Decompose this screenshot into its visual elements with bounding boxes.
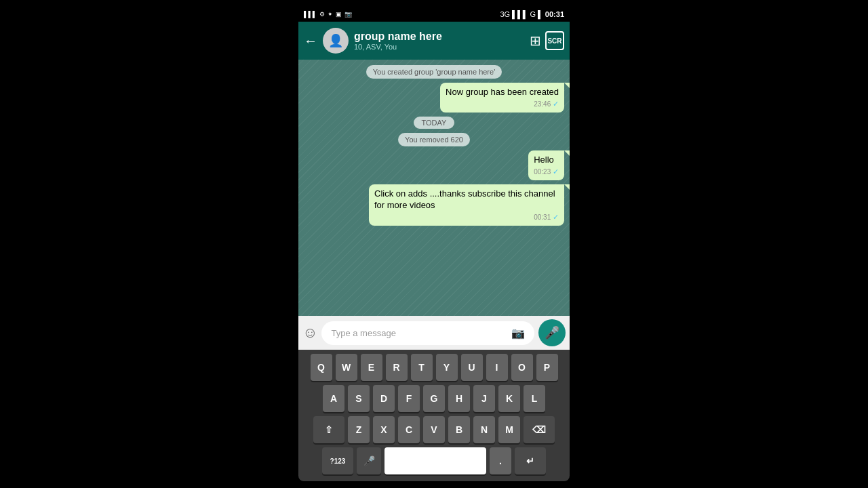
message-input-box[interactable]: Type a message 📷 xyxy=(321,321,534,345)
keyboard-row-1: Q W E R T Y U I O P xyxy=(301,354,567,381)
key-x[interactable]: X xyxy=(373,416,395,443)
battery-icon: ▌ xyxy=(538,10,543,18)
chat-area: You created group 'group name here' Now … xyxy=(298,60,570,316)
message-1-meta: 23:46 ✓ xyxy=(446,100,559,108)
space-key[interactable] xyxy=(384,447,486,474)
system-message-2: You removed 620 xyxy=(398,133,470,146)
key-k[interactable]: K xyxy=(498,385,520,412)
message-3: Click on adds ....thanks subscribe this … xyxy=(369,184,564,226)
shift-key[interactable]: ⇧ xyxy=(313,416,344,443)
video-call-icon[interactable]: ⊞ xyxy=(530,33,541,49)
message-3-meta: 00:31 ✓ xyxy=(374,213,559,222)
screenshot-button[interactable]: SCR xyxy=(545,31,564,50)
message-2-tick: ✓ xyxy=(553,167,559,176)
header-info: group name here 10, ASV, You xyxy=(354,30,524,51)
system-message-1: You created group 'group name here' xyxy=(366,65,502,79)
key-s[interactable]: S xyxy=(348,385,370,412)
key-i[interactable]: I xyxy=(486,354,508,381)
mic-icon: 🎤 xyxy=(545,325,559,340)
enter-key[interactable]: ↵ xyxy=(515,447,546,474)
key-a[interactable]: A xyxy=(323,385,344,412)
message-2-time: 00:23 xyxy=(534,168,551,176)
message-1-text: Now group has been created xyxy=(446,87,559,98)
message-3-time: 00:31 xyxy=(534,214,551,221)
status-bar-left: ▌▌▌ ⚙ ✦ ▣ 📷 xyxy=(304,11,352,18)
keyboard-mic-key[interactable]: 🎤 xyxy=(357,447,381,474)
key-h[interactable]: H xyxy=(448,385,470,412)
network-label: 3G xyxy=(500,10,510,18)
key-p[interactable]: P xyxy=(536,354,558,381)
key-d[interactable]: D xyxy=(373,385,395,412)
signal-icon: ▌▌▌ xyxy=(304,11,317,18)
keyboard-row-2: A S D F G H J K L xyxy=(301,385,567,412)
key-j[interactable]: J xyxy=(473,385,495,412)
camera-input-icon[interactable]: 📷 xyxy=(511,327,525,340)
group-name: group name here xyxy=(354,30,524,43)
key-w[interactable]: W xyxy=(336,354,357,381)
keyboard-row-4: ?123 🎤 . ↵ xyxy=(301,447,567,474)
key-f[interactable]: F xyxy=(398,385,420,412)
header-icons: ⊞ SCR xyxy=(530,31,564,50)
message-3-text: Click on adds ....thanks subscribe this … xyxy=(374,188,559,211)
status-bar: ▌▌▌ ⚙ ✦ ▣ 📷 3G ▌▌▌ G ▌ 00:31 xyxy=(298,7,570,22)
key-r[interactable]: R xyxy=(386,354,408,381)
key-z[interactable]: Z xyxy=(348,416,370,443)
key-o[interactable]: O xyxy=(511,354,533,381)
message-2-meta: 00:23 ✓ xyxy=(534,167,559,176)
key-g[interactable]: G xyxy=(423,385,445,412)
key-n[interactable]: N xyxy=(473,416,495,443)
status-time: 00:31 xyxy=(545,10,564,18)
numbers-key[interactable]: ?123 xyxy=(322,447,353,474)
keyboard-row-3: ⇧ Z X C V B N M ⌫ xyxy=(301,416,567,443)
mic-button[interactable]: 🎤 xyxy=(538,319,566,346)
key-t[interactable]: T xyxy=(411,354,433,381)
period-key[interactable]: . xyxy=(490,447,511,474)
camera-status-icon: 📷 xyxy=(344,11,352,18)
message-placeholder: Type a message xyxy=(331,328,395,338)
key-b[interactable]: B xyxy=(448,416,470,443)
key-v[interactable]: V xyxy=(423,416,445,443)
input-area: ☺ Type a message 📷 🎤 xyxy=(298,316,570,350)
group-members: 10, ASV, You xyxy=(354,43,524,51)
message-1: Now group has been created 23:46 ✓ xyxy=(440,83,564,113)
keyboard: Q W E R T Y U I O P A S D F G H J K L ⇧ … xyxy=(298,350,570,481)
message-2-text: Hello xyxy=(534,155,559,166)
key-u[interactable]: U xyxy=(461,354,483,381)
key-m[interactable]: M xyxy=(498,416,520,443)
status-bar-right: 3G ▌▌▌ G ▌ 00:31 xyxy=(500,10,564,18)
message-1-time: 23:46 xyxy=(534,100,551,108)
group-avatar[interactable]: 👤 xyxy=(323,28,349,54)
date-divider: TODAY xyxy=(414,117,455,129)
key-e[interactable]: E xyxy=(361,354,382,381)
emoji-button[interactable]: ☺ xyxy=(302,324,317,342)
key-q[interactable]: Q xyxy=(311,354,332,381)
message-3-tick: ✓ xyxy=(553,213,559,221)
key-c[interactable]: C xyxy=(398,416,420,443)
bt-icon: ✦ xyxy=(328,11,333,18)
key-y[interactable]: Y xyxy=(436,354,458,381)
key-l[interactable]: L xyxy=(524,385,545,412)
wifi-icon: ⚙ xyxy=(319,11,325,18)
screen-icon: ▣ xyxy=(336,11,342,18)
message-2: Hello 00:23 ✓ xyxy=(528,150,564,180)
back-button[interactable]: ← xyxy=(304,33,317,49)
backspace-key[interactable]: ⌫ xyxy=(524,416,555,443)
avatar-icon: 👤 xyxy=(328,33,343,48)
carrier-label: G xyxy=(530,10,536,18)
signal-bars: ▌▌▌ xyxy=(512,10,528,18)
chat-header: ← 👤 group name here 10, ASV, You ⊞ SCR xyxy=(298,22,570,60)
message-1-tick: ✓ xyxy=(553,100,559,108)
phone-container: ▌▌▌ ⚙ ✦ ▣ 📷 3G ▌▌▌ G ▌ 00:31 ← 👤 group n… xyxy=(298,7,570,481)
